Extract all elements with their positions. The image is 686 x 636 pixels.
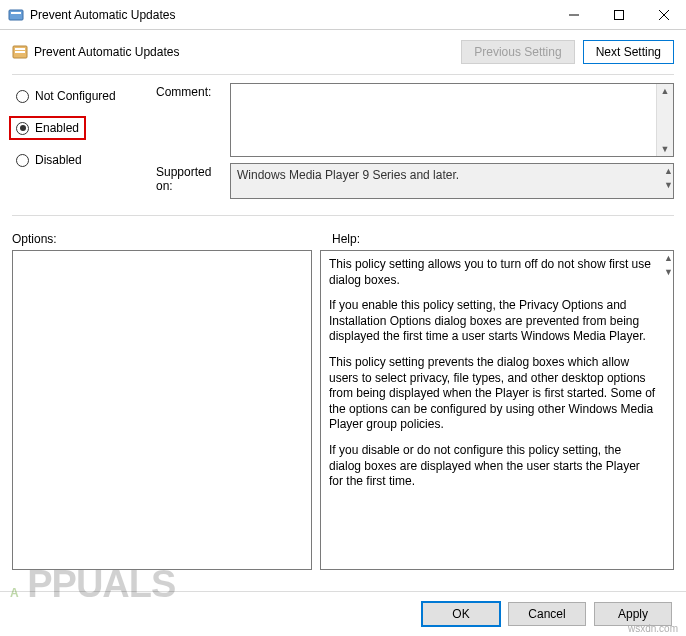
scroll-up-icon[interactable]: ▲ bbox=[657, 84, 673, 98]
maximize-button[interactable] bbox=[596, 0, 641, 29]
options-label: Options: bbox=[12, 232, 332, 246]
radio-disabled[interactable]: Disabled bbox=[12, 151, 152, 169]
radio-icon bbox=[16, 122, 29, 135]
radio-not-configured[interactable]: Not Configured bbox=[12, 87, 152, 105]
window-title: Prevent Automatic Updates bbox=[30, 8, 551, 22]
scroll-down-icon[interactable]: ▼ bbox=[664, 178, 673, 192]
scrollbar[interactable]: ▲ ▼ bbox=[664, 164, 673, 198]
panes: This policy setting allows you to turn o… bbox=[0, 250, 686, 570]
supported-on-box: Windows Media Player 9 Series and later.… bbox=[230, 163, 674, 199]
config-area: Not Configured Enabled Disabled Comment:… bbox=[0, 83, 686, 205]
scroll-down-icon[interactable]: ▼ bbox=[664, 265, 673, 279]
close-button[interactable] bbox=[641, 0, 686, 29]
svg-rect-0 bbox=[9, 10, 23, 20]
comment-textarea[interactable]: ▲ ▼ bbox=[230, 83, 674, 157]
help-pane: This policy setting allows you to turn o… bbox=[320, 250, 674, 570]
scroll-up-icon[interactable]: ▲ bbox=[664, 251, 673, 265]
minimize-button[interactable] bbox=[551, 0, 596, 29]
previous-setting-button[interactable]: Previous Setting bbox=[461, 40, 574, 64]
help-paragraph: If you disable or do not configure this … bbox=[329, 443, 656, 490]
supported-on-text: Windows Media Player 9 Series and later. bbox=[231, 164, 664, 198]
comment-label: Comment: bbox=[156, 83, 226, 99]
policy-title: Prevent Automatic Updates bbox=[34, 45, 453, 59]
radio-label: Enabled bbox=[35, 121, 79, 135]
radio-enabled[interactable]: Enabled bbox=[12, 119, 83, 137]
panes-header: Options: Help: bbox=[0, 224, 686, 250]
divider bbox=[12, 74, 674, 75]
help-text[interactable]: This policy setting allows you to turn o… bbox=[321, 251, 664, 569]
app-icon bbox=[8, 7, 24, 23]
svg-rect-7 bbox=[15, 48, 25, 50]
scroll-up-icon[interactable]: ▲ bbox=[664, 164, 673, 178]
state-radio-group: Not Configured Enabled Disabled bbox=[12, 83, 152, 169]
scrollbar[interactable]: ▲ ▼ bbox=[664, 251, 673, 569]
svg-rect-3 bbox=[614, 10, 623, 19]
comment-text bbox=[231, 84, 656, 156]
help-paragraph: This policy setting prevents the dialog … bbox=[329, 355, 656, 433]
header-row: Prevent Automatic Updates Previous Setti… bbox=[0, 30, 686, 70]
radio-icon bbox=[16, 154, 29, 167]
options-pane bbox=[12, 250, 312, 570]
apply-button[interactable]: Apply bbox=[594, 602, 672, 626]
help-paragraph: This policy setting allows you to turn o… bbox=[329, 257, 656, 288]
scroll-down-icon[interactable]: ▼ bbox=[657, 142, 673, 156]
radio-label: Not Configured bbox=[35, 89, 116, 103]
svg-rect-1 bbox=[11, 12, 21, 14]
svg-rect-8 bbox=[15, 51, 25, 53]
title-bar: Prevent Automatic Updates bbox=[0, 0, 686, 30]
footer: OK Cancel Apply bbox=[0, 591, 686, 636]
supported-label: Supported on: bbox=[156, 163, 226, 193]
cancel-button[interactable]: Cancel bbox=[508, 602, 586, 626]
help-paragraph: If you enable this policy setting, the P… bbox=[329, 298, 656, 345]
scrollbar[interactable]: ▲ ▼ bbox=[656, 84, 673, 156]
policy-icon bbox=[12, 44, 28, 60]
divider bbox=[12, 215, 674, 216]
ok-button[interactable]: OK bbox=[422, 602, 500, 626]
radio-label: Disabled bbox=[35, 153, 82, 167]
next-setting-button[interactable]: Next Setting bbox=[583, 40, 674, 64]
help-label: Help: bbox=[332, 232, 674, 246]
radio-icon bbox=[16, 90, 29, 103]
